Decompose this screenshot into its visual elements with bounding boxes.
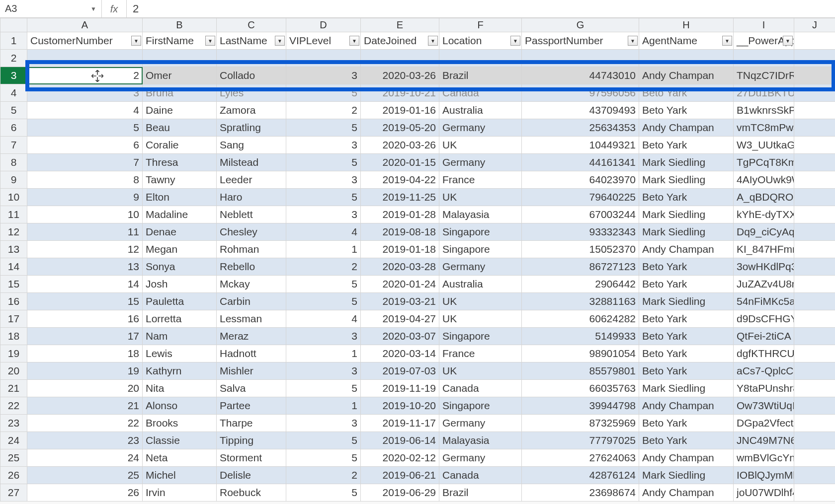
cell[interactable] <box>217 50 286 67</box>
cell[interactable]: 15 <box>27 293 143 310</box>
cell[interactable]: Sang <box>217 137 286 154</box>
cell[interactable]: Beto Yark <box>639 328 734 345</box>
cell[interactable] <box>794 241 835 258</box>
filter-dropdown-icon[interactable]: ▼ <box>510 36 520 46</box>
cell[interactable] <box>794 258 835 276</box>
cell[interactable]: 3 <box>27 84 143 102</box>
cell[interactable]: Y8taPUnshr8 <box>734 380 794 397</box>
cell[interactable]: 3 <box>286 67 361 84</box>
cell[interactable]: dgfKTHRCUmM <box>734 345 794 362</box>
cell[interactable] <box>794 484 835 502</box>
cell[interactable]: Brazil <box>439 67 522 84</box>
cell[interactable]: Mark Siedling <box>639 467 734 484</box>
cell[interactable]: 18 <box>27 345 143 362</box>
cell[interactable]: Beto Yark <box>639 276 734 293</box>
cell[interactable]: Andy Champan <box>639 119 734 137</box>
cell[interactable]: Andy Champan <box>639 397 734 415</box>
cell[interactable]: Mark Siedling <box>639 171 734 189</box>
header-lastname[interactable]: LastName▼ <box>217 32 286 50</box>
cell[interactable]: 13 <box>27 258 143 276</box>
col-header-B[interactable]: B <box>143 18 217 32</box>
cell[interactable]: 5 <box>286 119 361 137</box>
cell[interactable]: 5 <box>286 293 361 310</box>
cell[interactable]: Mark Siedling <box>639 154 734 171</box>
row-header[interactable]: 19 <box>0 345 27 362</box>
row-header[interactable]: 16 <box>0 293 27 310</box>
row-header[interactable]: 20 <box>0 362 27 380</box>
row-header[interactable]: 13 <box>0 241 27 258</box>
cell[interactable]: Alonso <box>143 397 217 415</box>
cell[interactable]: Rohman <box>217 241 286 258</box>
cell[interactable]: 93332343 <box>522 223 639 241</box>
cell[interactable]: Singapore <box>439 397 522 415</box>
header-agentname[interactable]: AgentName▼ <box>639 32 734 50</box>
cell[interactable]: joU07WDlhf4 <box>734 484 794 502</box>
cell[interactable]: 1 <box>286 397 361 415</box>
cell[interactable]: 2019-04-22 <box>361 171 439 189</box>
cell[interactable]: Rebello <box>217 258 286 276</box>
cell[interactable]: 2019-01-18 <box>361 241 439 258</box>
cell[interactable]: Spratling <box>217 119 286 137</box>
row-header[interactable]: 18 <box>0 328 27 345</box>
cell[interactable]: 39944798 <box>522 397 639 415</box>
cell[interactable]: Germany <box>439 449 522 467</box>
cell[interactable]: Classie <box>143 432 217 449</box>
cell[interactable]: Mckay <box>217 276 286 293</box>
header-customernumber[interactable]: CustomerNumber▼ <box>27 32 143 50</box>
cell[interactable]: 3 <box>286 415 361 432</box>
cell[interactable]: JuZAZv4U8mE <box>734 276 794 293</box>
cell[interactable]: Carbin <box>217 293 286 310</box>
cell[interactable]: 2019-10-20 <box>361 397 439 415</box>
cell[interactable]: 25 <box>27 467 143 484</box>
row-header[interactable]: 25 <box>0 449 27 467</box>
cell[interactable]: France <box>439 345 522 362</box>
cell[interactable] <box>439 50 522 67</box>
row-header[interactable]: 14 <box>0 258 27 276</box>
cell[interactable]: Delisle <box>217 467 286 484</box>
cell[interactable]: Michel <box>143 467 217 484</box>
filter-dropdown-icon[interactable]: ▼ <box>205 36 215 46</box>
col-header-G[interactable]: G <box>522 18 639 32</box>
cell[interactable]: 3 <box>286 137 361 154</box>
cell[interactable]: Beto Yark <box>639 189 734 206</box>
row-header[interactable]: 26 <box>0 467 27 484</box>
cell[interactable]: KI_847HFmng <box>734 241 794 258</box>
name-box[interactable]: A3 ▼ <box>0 0 102 18</box>
cell[interactable]: Singapore <box>439 223 522 241</box>
cell[interactable]: A_qBDQROXFk <box>734 189 794 206</box>
cell[interactable]: 23698674 <box>522 484 639 502</box>
cell[interactable]: Australia <box>439 102 522 119</box>
cell[interactable]: 16 <box>27 310 143 328</box>
row-header[interactable]: 24 <box>0 432 27 449</box>
cell[interactable]: vmTC8mPw4Jg <box>734 119 794 137</box>
cell[interactable]: 2020-03-26 <box>361 137 439 154</box>
cell[interactable] <box>361 50 439 67</box>
cell[interactable] <box>522 50 639 67</box>
cell[interactable]: 98901054 <box>522 345 639 362</box>
cell[interactable] <box>794 449 835 467</box>
cell[interactable]: 5 <box>286 380 361 397</box>
header-viplevel[interactable]: VIPLevel▼ <box>286 32 361 50</box>
cell[interactable]: France <box>439 171 522 189</box>
cell[interactable]: UK <box>439 189 522 206</box>
cell[interactable]: Irvin <box>143 484 217 502</box>
cell[interactable]: 2019-06-29 <box>361 484 439 502</box>
cell[interactable]: 2019-05-20 <box>361 119 439 137</box>
cell[interactable]: 2020-01-24 <box>361 276 439 293</box>
cell[interactable]: 66035763 <box>522 380 639 397</box>
cell[interactable]: Beto Yark <box>639 137 734 154</box>
cell[interactable]: 44743010 <box>522 67 639 84</box>
cell[interactable]: Andy Champan <box>639 484 734 502</box>
header-passportnumber[interactable]: PassportNumber▼ <box>522 32 639 50</box>
cell[interactable]: 27Du1BKTUbg <box>734 84 794 102</box>
cell[interactable]: Storment <box>217 449 286 467</box>
row-header[interactable]: 27 <box>0 484 27 502</box>
cell[interactable]: Beto Yark <box>639 345 734 362</box>
col-header-A[interactable]: A <box>27 18 143 32</box>
row-header[interactable]: 11 <box>0 206 27 223</box>
cell[interactable]: 1 <box>286 241 361 258</box>
cell[interactable]: Germany <box>439 119 522 137</box>
cell[interactable]: Mark Siedling <box>639 206 734 223</box>
cell[interactable]: Lewis <box>143 345 217 362</box>
cell[interactable]: IOBlQJymMkY <box>734 467 794 484</box>
